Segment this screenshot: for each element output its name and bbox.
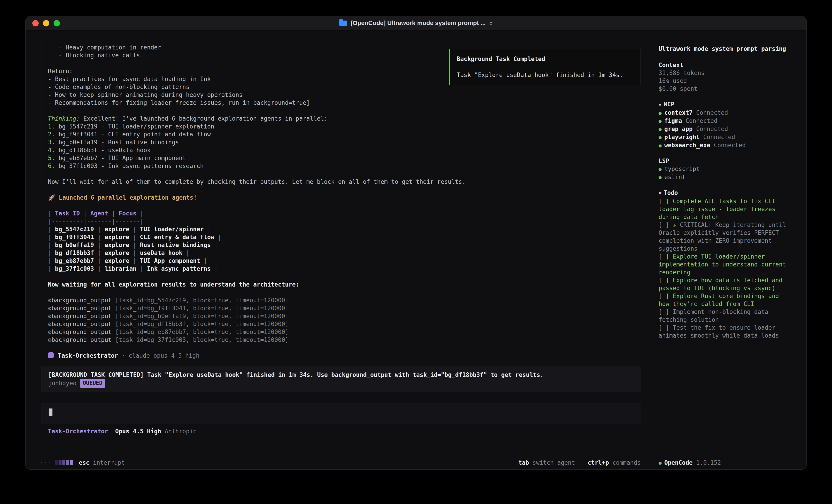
terminal-line: ⚙background_output [task_id=bg_37f1c003,… [48,336,650,344]
text-segment: | [48,265,55,272]
mcp-server-name: context7 [664,109,693,116]
terminal-line: ⚙background_output [task_id=bg_eb87ebb7,… [48,328,650,336]
todo-item: [ ] Complete ALL tasks to fix CLI loader… [658,197,786,221]
todo-text: Test the fix to ensure loader animates s… [658,324,779,339]
terminal-line: ⚙background_output [task_id=bg_b0effa19,… [48,312,650,320]
chevron-down-icon: ▼ [658,102,661,108]
terminal-line: 6. bg_37f1c003 - Ink async patterns rese… [48,162,650,170]
status-bar-main: ··· esc interrupt tab switch agent ctrl+… [26,459,650,466]
text-segment: bg_b0effa19 [55,242,94,248]
todo-checkbox: [ ] [658,277,673,284]
text-segment: background_output [52,320,115,328]
progress-block [58,460,61,466]
terminal-line: | bg_f9ff3041 | explore | CLI entry & da… [48,233,650,241]
ctrlp-action-label: commands [609,459,641,466]
progress-block [62,460,66,466]
mcp-list: ●context7 Connected●figma Connected●grep… [658,109,786,149]
text-segment: background_output [52,313,115,319]
terminal-block: Task-Orchestrator · claude-opus-4-5-high [42,344,650,360]
text-segment: bg_37f1c003 - Ink async patterns researc… [58,163,204,169]
mcp-server-name: playwright [664,134,700,140]
text-segment: | [200,257,207,264]
terminal-line: ⚙background_output [task_id=bg_5547c219,… [48,297,650,304]
terminal-line [48,273,650,281]
lsp-item: ●typescript [658,165,786,173]
todo-item: [ ] Test the fix to ensure loader animat… [658,324,786,340]
mcp-server-name: figma [664,117,682,124]
text-segment: | [129,226,140,232]
text-segment: [task_id=bg_b0effa19, block=true, timeou… [115,313,288,319]
zoom-button[interactable] [54,20,60,26]
traffic-lights [26,20,60,26]
mcp-server-name: grep_app [664,125,693,132]
terminal-line: Task-Orchestrator · claude-opus-4-5-high [48,352,650,360]
text-segment: | [108,210,119,217]
connected-dot-icon: ● [658,110,661,116]
mcp-server-status: Connected [682,117,718,124]
text-segment: ⚙ [48,329,52,335]
chevron-down-icon: ▼ [658,191,661,196]
text-segment: background_output [52,305,115,312]
context-heading: Context [658,61,786,69]
todo-checkbox: [ ] [658,198,673,204]
todo-text: Explore how data is fetched and passed t… [658,277,786,291]
mcp-item: ●playwright Connected [658,133,786,141]
ctrlp-key-label: ctrl+p [588,459,609,466]
input-cursor [49,409,52,416]
todo-text: Complete ALL tasks to fix CLI loader lag… [658,198,779,220]
text-segment: | [129,250,140,256]
terminal-line [48,344,650,352]
text-segment: |---------|-------|-------| [48,218,144,225]
text-segment: bg_f9ff3041 [55,234,94,241]
agent-spacer [108,428,115,435]
terminal-line: 3. bg_b0effa19 - Rust native bindings [48,138,650,146]
text-segment: · claude-opus-4-5-high [118,352,200,359]
terminal-window: [OpenCode] Ultrawork mode system prompt … [25,16,807,470]
todo-checkbox: [ ] [658,324,673,331]
text-segment: TUI App component [140,257,200,264]
text-segment: [task_id=bg_df18bb3f, block=true, timeou… [115,320,288,328]
text-segment: - Heavy computation in render [48,44,161,51]
text-segment: bg_eb87ebb7 [55,257,94,264]
text-segment: background_output [52,336,115,343]
text-segment: bg_df18bb3f - useData hook [58,147,151,153]
terminal-line: 🚀 Launched 6 parallel exploration agents… [48,194,650,202]
close-button[interactable] [32,20,38,26]
text-segment: explore [104,234,129,241]
terminal-line: 4. bg_df18bb3f - useData hook [48,146,650,154]
queued-meta-row: junhoyeo QUEUED [48,380,635,387]
esc-hint: esc interrupt [79,459,125,466]
lsp-section: LSP ●typescript●eslint [658,157,786,181]
text-segment: 3. [48,139,58,146]
mcp-heading[interactable]: ▼MCP [658,101,786,109]
text-segment: bg_eb87ebb7 - TUI App main component [58,155,186,162]
todo-heading[interactable]: ▼Todo [658,189,786,197]
progress-block [66,460,69,466]
esc-key-label: esc [79,459,89,466]
text-segment: | [48,257,55,264]
text-segment: | [136,265,147,272]
text-segment: [task_id=bg_eb87ebb7, block=true, timeou… [115,329,288,335]
status-bar-hints-right: tab switch agent ctrl+p commands [513,459,641,466]
terminal-line: - Recommendations for fixing loader free… [48,99,650,107]
tab-key-label: tab [518,459,529,466]
agent-model: Opus 4.5 High [115,428,161,435]
text-segment: Rust native bindings [140,242,211,248]
todo-checkbox: [ ] [658,253,673,260]
prompt-input[interactable] [42,402,641,424]
text-segment: | [48,250,55,256]
todo-text: Explore Rust core bindings and how they'… [658,292,782,307]
mcp-server-status: Connected [693,125,728,132]
text-segment: Focus [119,210,136,217]
mcp-server-name: websearch_exa [664,142,710,148]
lsp-server-name: eslint [664,174,685,180]
terminal-line: 1. bg_5547c219 - TUI loader/spinner expl… [48,122,650,131]
text-segment: explore [104,257,129,264]
agent-spacer-2 [161,428,165,435]
text-segment: bg_b0effa19 - Rust native bindings [58,139,179,146]
minimize-button[interactable] [43,20,49,26]
queued-message-panel: [BACKGROUND TASK COMPLETED] Task "Explor… [42,366,641,392]
text-segment: 2. [48,131,58,138]
terminal-line: ⚙background_output [task_id=bg_f9ff3041,… [48,304,650,312]
rocket-icon: 🚀 [48,194,59,201]
